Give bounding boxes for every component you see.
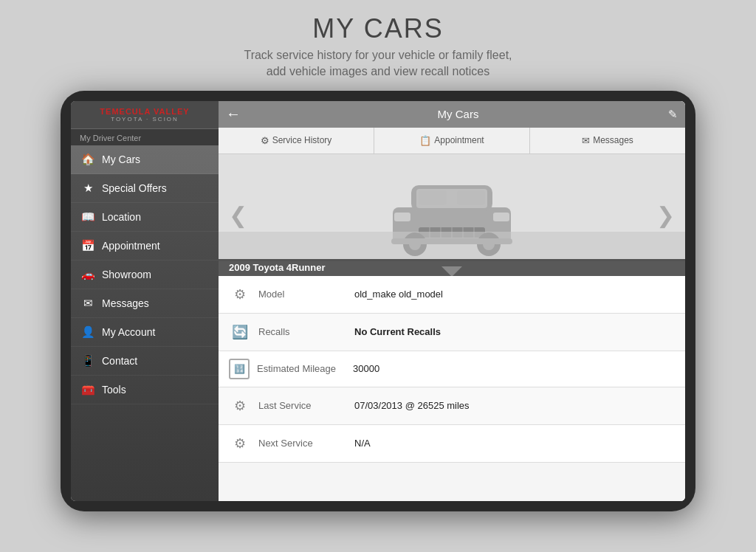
car-details: ⚙ Model old_make old_model 🔄 Recalls No … [219,276,685,501]
back-button[interactable]: ← [226,106,241,123]
mileage-value: 30000 [353,363,379,374]
svg-rect-11 [394,213,410,221]
special-offers-icon: ★ [80,182,96,195]
last-service-label: Last Service [258,400,354,411]
mileage-icon: 🔢 [229,359,250,379]
showroom-icon: 🚗 [80,268,96,281]
sidebar-item-showroom[interactable]: 🚗 Showroom [71,261,219,289]
sidebar-item-special-offers[interactable]: ★ Special Offers [71,174,219,203]
tab-messages-label: Messages [593,135,633,145]
tab-messages[interactable]: ✉ Messages [530,128,685,153]
sidebar-item-tools[interactable]: 🧰 Tools [71,376,219,404]
recalls-label: Recalls [258,326,354,337]
next-service-icon: ⚙ [229,432,251,455]
page-subtitle: Track service history for your vehicle o… [0,47,756,80]
model-value: old_make old_model [354,289,443,300]
tabs-bar: ⚙ Service History 📋 Appointment ✉ Messag… [219,128,685,154]
next-service-label: Next Service [258,438,354,449]
tab-appointment[interactable]: 📋 Appointment [374,128,530,153]
sidebar-label-location: Location [102,211,141,223]
sidebar-label-my-cars: My Cars [102,153,140,165]
sidebar-logo: TEMECULA VALLEY TOYOTA · SCION [71,101,219,129]
nav-title: My Cars [248,108,668,120]
sidebar-label-showroom: Showroom [102,269,151,280]
sidebar-item-contact[interactable]: 📱 Contact [71,347,219,376]
my-cars-icon: 🏠 [80,153,96,166]
detail-row-recalls: 🔄 Recalls No Current Recalls [219,314,685,351]
model-label: Model [258,289,354,300]
my-account-icon: 👤 [80,325,96,339]
sidebar-label-appointment: Appointment [102,240,160,252]
sidebar-label-messages: Messages [102,297,149,309]
contact-icon: 📱 [80,354,96,368]
car-nav-left[interactable]: ❮ [221,195,255,235]
recalls-value: No Current Recalls [354,326,441,337]
sidebar-item-my-account[interactable]: 👤 My Account [71,318,219,347]
sidebar-section-label: My Driver Center [71,129,219,145]
tablet-screen: TEMECULA VALLEY TOYOTA · SCION My Driver… [71,101,685,501]
detail-row-model: ⚙ Model old_make old_model [219,276,685,314]
sidebar-label-tools: Tools [102,384,126,396]
sidebar-label-contact: Contact [102,355,137,367]
sidebar-label-my-account: My Account [102,326,155,338]
main-content: ← My Cars ✎ ⚙ Service History 📋 Appointm… [219,101,685,501]
sidebar-label-special-offers: Special Offers [102,182,167,194]
page-title: MY CARS [0,13,756,44]
edit-button[interactable]: ✎ [668,108,678,121]
appointment-icon: 📅 [80,239,96,252]
tab-service-history-label: Service History [272,135,332,145]
detail-row-last-service: ⚙ Last Service 07/03/2013 @ 26525 miles [219,387,685,425]
appointment-tab-icon: 📋 [419,135,431,146]
car-pointer [441,266,462,276]
recalls-icon: 🔄 [229,321,251,343]
sidebar: TEMECULA VALLEY TOYOTA · SCION My Driver… [71,101,219,501]
nav-bar: ← My Cars ✎ [219,101,685,128]
tab-service-history[interactable]: ⚙ Service History [219,128,374,153]
last-service-icon: ⚙ [229,395,251,417]
car-highlight [219,232,685,261]
messages-tab-icon: ✉ [582,135,590,146]
next-service-value: N/A [354,438,371,449]
logo-line2: TOYOTA · SCION [77,116,213,123]
location-icon: 📖 [80,210,96,224]
car-display: ❮ [219,154,685,276]
sidebar-item-messages[interactable]: ✉ Messages [71,289,219,318]
sidebar-item-appointment[interactable]: 📅 Appointment [71,232,219,261]
page-header: MY CARS Track service history for your v… [0,0,756,91]
service-history-tab-icon: ⚙ [261,135,269,146]
last-service-value: 07/03/2013 @ 26525 miles [354,400,470,411]
svg-rect-12 [493,213,509,221]
detail-row-next-service: ⚙ Next Service N/A [219,425,685,463]
detail-row-mileage: 🔢 Estimated Mileage 30000 [219,351,685,387]
tools-icon: 🧰 [80,383,96,396]
messages-icon: ✉ [80,297,96,310]
svg-rect-4 [457,190,485,205]
model-icon: ⚙ [229,283,251,306]
tablet-frame: TEMECULA VALLEY TOYOTA · SCION My Driver… [61,91,695,511]
tab-appointment-label: Appointment [434,135,484,145]
sidebar-item-my-cars[interactable]: 🏠 My Cars [71,145,219,174]
logo-line1: TEMECULA VALLEY [77,107,213,116]
car-nav-right[interactable]: ❯ [649,195,682,235]
svg-rect-3 [419,190,447,205]
mileage-label: Estimated Mileage [257,363,353,374]
sidebar-item-location[interactable]: 📖 Location [71,203,219,232]
